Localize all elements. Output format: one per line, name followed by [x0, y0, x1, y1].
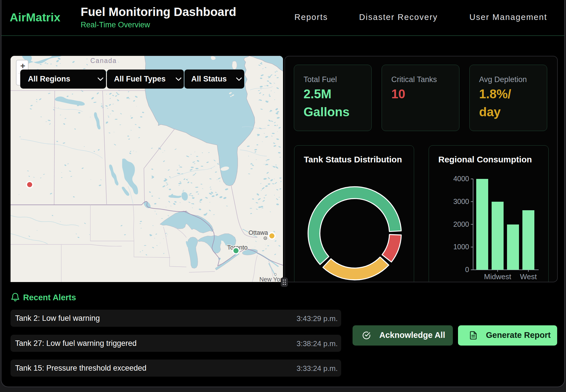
svg-text:3000: 3000: [453, 197, 469, 205]
svg-text:Ottawa: Ottawa: [249, 229, 268, 236]
svg-text:4000: 4000: [453, 175, 469, 183]
svg-text:New York: New York: [259, 276, 283, 282]
svg-text:West: West: [520, 272, 537, 281]
svg-text:2000: 2000: [453, 220, 469, 228]
svg-text:0: 0: [465, 266, 469, 273]
svg-text:1000: 1000: [453, 243, 469, 251]
svg-text:Midwest: Midwest: [484, 272, 511, 281]
svg-text:Canada: Canada: [90, 57, 117, 64]
